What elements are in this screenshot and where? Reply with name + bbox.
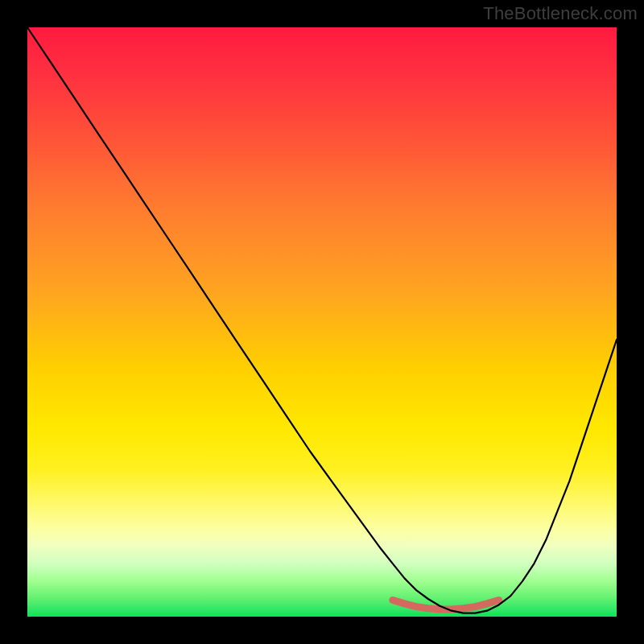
curve-layer [0,0,644,644]
bottleneck-curve [27,27,617,613]
chart-frame: TheBottleneck.com [0,0,644,644]
